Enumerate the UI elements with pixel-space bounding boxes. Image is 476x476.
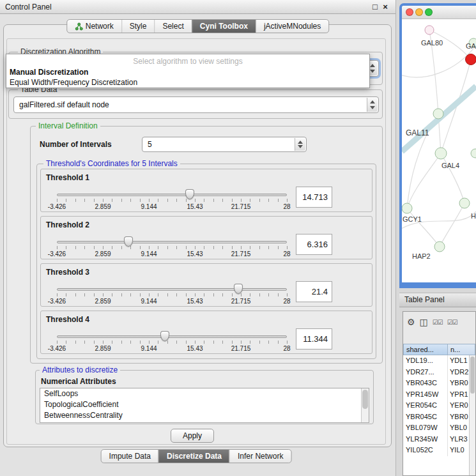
tab-infer-network[interactable]: Infer Network [229,450,291,463]
table-row[interactable]: YDR27...YDR2 [403,367,475,378]
table-scrollbar[interactable] [469,355,475,475]
slider-scale: -3.426 2.859 9.144 15.43 21.715 28 [57,203,287,211]
tab-network[interactable]: Network [67,20,121,33]
tick-label: 21.715 [231,203,251,210]
cell[interactable]: YIL052C [403,445,448,456]
threshold-3-slider[interactable]: -3.426 2.859 9.144 15.43 21.715 28 [57,284,287,306]
tab-discretize-data[interactable]: Discretize Data [158,450,229,463]
slider-ticks [57,199,288,202]
slider-track[interactable] [57,194,287,196]
control-panel-titlebar[interactable]: Control Panel □ × [0,0,395,14]
tick-label: -3.426 [48,250,66,257]
numerical-attributes-label: Numerical Attributes [41,377,116,386]
apply-button[interactable]: Apply [171,429,214,443]
threshold-2-slider[interactable]: -3.426 2.859 9.144 15.43 21.715 28 [57,237,287,259]
tick-label: 9.144 [141,298,157,305]
dropdown-option-manual[interactable]: Manual Discretization [6,67,369,77]
table-row[interactable]: YIL052CYIL0 [403,445,475,456]
slider-track[interactable] [57,288,287,291]
node-cut-right-mid[interactable] [471,149,476,158]
table-panel-header[interactable]: Table Panel [399,293,476,307]
cell[interactable]: YBR043C [403,378,448,389]
gear-icon[interactable]: ⚙ [407,316,415,328]
tick-label: 15.43 [187,298,203,305]
table-panel-title: Table Panel [404,295,445,304]
table-row[interactable]: YBL079WYBL0 [403,422,475,434]
slider-thumb[interactable] [185,189,194,199]
column-header-name[interactable]: n... [448,344,475,355]
threshold-3-value-field[interactable]: 21.4 [296,281,332,302]
slider-thumb[interactable] [234,284,243,294]
restore-icon[interactable]: □ [370,2,380,12]
node-gal11[interactable] [433,109,443,119]
number-of-intervals-value: 5 [148,137,292,151]
cell[interactable]: YBR045C [403,411,448,423]
scrollbar-thumb[interactable] [470,357,475,394]
numerical-attributes-list[interactable]: SelfLoops TopologicalCoefficient Between… [40,388,369,423]
list-item[interactable]: TopologicalCoefficient [40,399,369,410]
selected-red-node[interactable] [466,54,476,65]
node-label: GAL11 [406,128,429,137]
select-all-checkboxes-icon[interactable]: ☑☑ [433,319,443,326]
slider-thumb[interactable] [124,236,133,247]
column-header-shared-name[interactable]: shared... [403,344,448,355]
combo-stepper[interactable] [367,98,378,112]
threshold-4-panel: Threshold 4 -3.426 2.859 9.144 15.43 21.… [40,311,372,354]
cell[interactable]: YER054C [403,400,448,411]
node-gcy1[interactable] [402,203,412,213]
table-row[interactable]: YPR145WYPR1 [403,389,475,401]
tab-jactivemnodules-label: jActiveMNodules [264,20,321,33]
node-h[interactable] [459,198,470,208]
table-row[interactable]: YBR043CYBR0 [403,378,475,389]
tick-label: 28 [283,203,290,210]
close-icon[interactable]: × [380,2,390,12]
table-data-combobox[interactable]: galFiltered.sif default node [13,96,379,113]
zoom-traffic-light-icon[interactable] [425,8,433,16]
threshold-1-slider[interactable]: -3.426 2.859 9.144 15.43 21.715 28 [57,190,287,211]
slider-scale: -3.426 2.859 9.144 15.43 21.715 28 [57,345,287,353]
select-none-checkboxes-icon[interactable]: ☑☑ [447,319,457,326]
network-window-titlebar[interactable] [402,6,476,19]
table-row[interactable]: YBR045CYBR0 [403,411,475,423]
node-gal4[interactable] [435,148,447,159]
list-item[interactable]: BetweennessCentrality [40,410,369,421]
cell[interactable]: YBL079W [403,422,448,434]
slider-track[interactable] [57,335,287,338]
number-of-intervals-combobox[interactable]: 5 [142,137,307,152]
columns-icon[interactable]: ◫ [420,316,428,328]
tab-jactivemnodules[interactable]: jActiveMNodules [256,20,328,33]
minimize-traffic-light-icon[interactable] [415,8,423,16]
threshold-1-value-field[interactable]: 14.713 [296,187,332,208]
tick-label: 15.43 [187,203,203,210]
cell[interactable]: YLR345W [403,434,448,445]
table-row[interactable]: YER054CYER0 [403,400,475,411]
slider-track[interactable] [57,241,287,243]
tab-impute-data[interactable]: Impute Data [102,450,158,463]
cell[interactable]: YPR145W [403,389,448,401]
combo-stepper[interactable] [295,138,305,151]
threshold-2-value-field[interactable]: 6.316 [296,234,332,255]
threshold-4-slider[interactable]: -3.426 2.859 9.144 15.43 21.715 28 [57,332,287,353]
network-view-window[interactable]: GAL80 GA GAL11 GAL4 GCY1 H HAP2 [399,3,476,288]
table-row[interactable]: YDL19...YDL1 [403,355,475,367]
close-traffic-light-icon[interactable] [406,8,413,16]
threshold-4-value-field[interactable]: 11.344 [296,328,332,349]
cell[interactable]: YDL19... [403,355,448,367]
dropdown-prompt-item[interactable]: Select algorithm to view settings [6,56,369,67]
node-gal80[interactable] [425,26,434,35]
node-hap2[interactable] [434,242,445,252]
tick-label: 2.859 [95,345,111,352]
scrollbar-thumb[interactable] [362,390,368,409]
cell[interactable]: YDR27... [403,367,448,378]
tab-select[interactable]: Select [154,20,191,33]
table-row[interactable]: YLR345WYLR3 [403,434,475,445]
network-canvas[interactable]: GAL80 GA GAL11 GAL4 GCY1 H HAP2 [402,20,476,282]
tab-cyni-toolbox[interactable]: Cyni Toolbox [192,20,256,33]
dropdown-option-equal-width[interactable]: Equal Width/Frequency Discretization [6,77,369,88]
list-scrollbar[interactable] [361,388,369,422]
slider-thumb[interactable] [160,331,169,341]
tab-infer-network-label: Infer Network [238,450,283,463]
list-item[interactable]: SelfLoops [40,388,369,399]
network-graph[interactable]: GAL80 GA GAL11 GAL4 GCY1 H HAP2 [402,20,476,282]
tab-style[interactable]: Style [121,20,155,33]
